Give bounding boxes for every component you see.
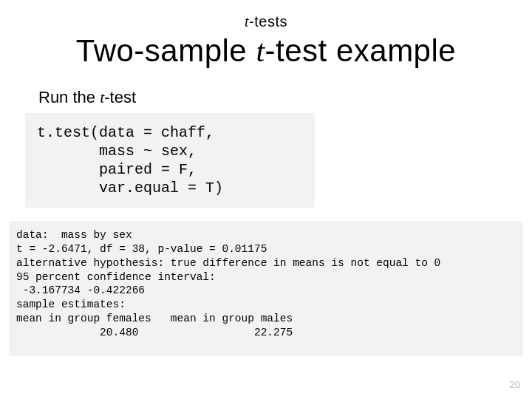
page-number: 20 bbox=[510, 379, 520, 390]
slide-topic: t-tests bbox=[0, 13, 532, 30]
title-before: Two-sample bbox=[76, 33, 256, 68]
title-italic: t bbox=[256, 34, 265, 68]
subhead-before: Run the bbox=[38, 88, 100, 106]
code-block: t.test(data = chaff, mass ~ sex, paired … bbox=[25, 113, 315, 208]
title-after: -test example bbox=[265, 33, 457, 68]
slide-title: Two-sample t-test example bbox=[0, 33, 532, 69]
output-block: data: mass by sex t = -2.6471, df = 38, … bbox=[9, 221, 523, 356]
topic-rest: -tests bbox=[249, 13, 287, 30]
slide-subheading: Run the t-test bbox=[38, 88, 532, 107]
subhead-after: -test bbox=[104, 88, 136, 106]
